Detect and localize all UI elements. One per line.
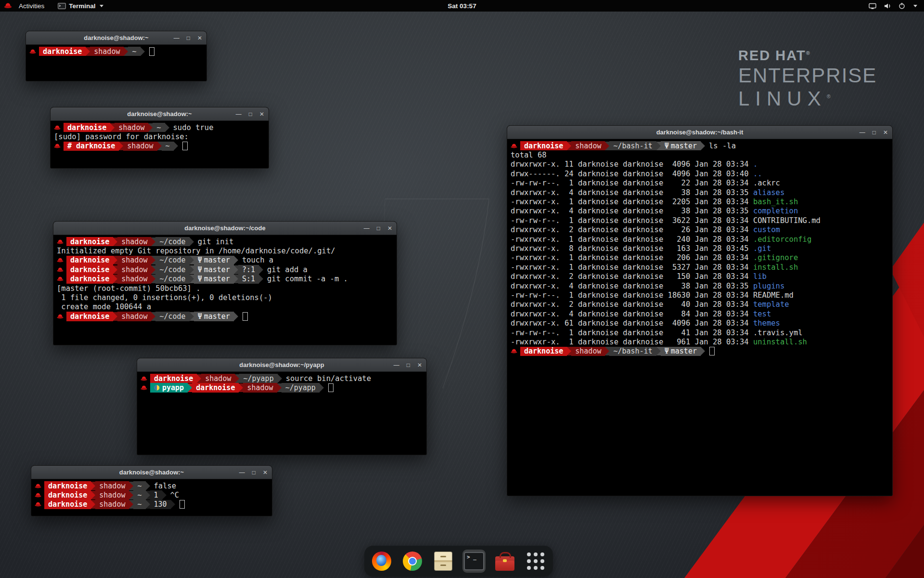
- maximize-button[interactable]: □: [873, 130, 876, 135]
- powerline-separator: [277, 383, 282, 392]
- terminal-content[interactable]: darknoiseshadow~sudo true[sudo] password…: [51, 121, 269, 153]
- powerline-separator: [174, 142, 178, 150]
- user-segment: darknoise: [64, 123, 110, 132]
- titlebar[interactable]: darknoise@shadow:~/pyapp — □ ✕: [137, 358, 426, 372]
- terminal-content[interactable]: darknoiseshadow~: [26, 45, 206, 58]
- maximize-button[interactable]: □: [187, 35, 190, 41]
- maximize-button[interactable]: □: [249, 111, 252, 117]
- system-status-area[interactable]: [869, 2, 924, 9]
- redhat-prompt-icon: [35, 492, 41, 498]
- minimize-button[interactable]: —: [860, 130, 865, 135]
- titlebar[interactable]: darknoise@shadow:~/bash-it — □ ✕: [507, 126, 892, 139]
- close-button[interactable]: ✕: [263, 470, 268, 475]
- terminal-line: drwxrwxr-x. 4 darknoise darknoise 38 Jan…: [511, 207, 889, 216]
- host-segment: shadow: [123, 142, 157, 151]
- dock-chrome-button[interactable]: [401, 550, 424, 573]
- powerline-separator: [234, 265, 238, 274]
- terminal-line: darknoiseshadow~130: [35, 500, 269, 509]
- directory-name: template: [753, 300, 789, 309]
- dock-files-button[interactable]: [432, 550, 455, 573]
- gitstat-segment: S:1: [238, 275, 259, 284]
- directory-name: .: [753, 160, 757, 169]
- titlebar[interactable]: darknoise@shadow:~ — □ ✕: [51, 107, 269, 121]
- host-segment: shadow: [117, 265, 151, 274]
- terminal-cursor: [149, 47, 154, 56]
- powerline-separator: [239, 383, 243, 392]
- minimize-button[interactable]: —: [364, 225, 370, 231]
- powerline-separator: [157, 142, 162, 150]
- show-applications-icon: [527, 552, 544, 570]
- minimize-button[interactable]: —: [236, 111, 242, 117]
- dock-software-button[interactable]: [493, 550, 516, 573]
- executable-name: .gitignore: [753, 253, 798, 262]
- dock-show-apps-button[interactable]: [524, 550, 547, 573]
- titlebar[interactable]: darknoise@shadow:~/code — □ ✕: [53, 222, 397, 235]
- user-segment: darknoise: [44, 490, 91, 499]
- screen-icon[interactable]: [869, 3, 876, 9]
- powerline-separator: [113, 237, 117, 246]
- close-button[interactable]: ✕: [417, 362, 422, 368]
- path-segment: ~: [128, 47, 140, 56]
- path-segment: ~/bash-it: [609, 141, 656, 150]
- user-segment: darknoise: [66, 312, 113, 321]
- output-text: drwxrwxr-x. 2 darknoise darknoise 150 Ja…: [511, 272, 753, 281]
- terminal-line: drwxrwxr-x. 11 darknoise darknoise 4096 …: [511, 160, 889, 169]
- command-text: touch a: [242, 256, 273, 264]
- redhat-prompt-icon: [54, 125, 61, 131]
- window-title: darknoise@shadow:~: [119, 469, 184, 476]
- output-text: total 68: [511, 151, 547, 159]
- host-segment: shadow: [571, 347, 605, 356]
- powerline-separator: [162, 491, 167, 499]
- redhat-prompt-icon: [57, 257, 64, 263]
- terminal-window-code: darknoise@shadow:~/code — □ ✕ darknoises…: [53, 221, 397, 345]
- terminal-line: darknoiseshadow~/bash-itΨmasterls -la: [511, 141, 889, 150]
- terminal-content[interactable]: darknoiseshadow~/codegit initInitialized…: [53, 235, 397, 323]
- powerline-separator: [148, 123, 153, 132]
- output-text: Initialized empty Git repository in /hom…: [57, 247, 335, 255]
- close-button[interactable]: ✕: [387, 225, 392, 231]
- terminal-line: darknoiseshadow~/codeΨmasterS:1git commi…: [57, 275, 393, 284]
- output-text: drwxrwxr-x. 2 darknoise darknoise 26 Jan…: [511, 225, 753, 234]
- user-segment: darknoise: [66, 275, 113, 284]
- path-segment: ~: [133, 481, 145, 490]
- clock[interactable]: Sat 03:57: [448, 2, 476, 10]
- executable-name: bash_it.sh: [753, 197, 798, 206]
- maximize-button[interactable]: □: [377, 225, 380, 231]
- power-icon[interactable]: [898, 2, 905, 9]
- dock-terminal-button[interactable]: [462, 550, 486, 573]
- maximize-button[interactable]: □: [407, 362, 410, 368]
- minimize-button[interactable]: —: [239, 470, 245, 475]
- dock-firefox-button[interactable]: [370, 550, 393, 573]
- terminal-window-home-1: darknoise@shadow:~ — □ ✕ darknoiseshadow…: [26, 31, 207, 81]
- close-button[interactable]: ✕: [883, 130, 888, 135]
- directory-name: lib: [753, 272, 767, 281]
- directory-name: custom: [753, 225, 780, 234]
- app-menu-terminal[interactable]: Terminal: [58, 2, 103, 10]
- close-button[interactable]: ✕: [197, 35, 202, 41]
- terminal-content[interactable]: darknoiseshadow~/bash-itΨmasterls -latot…: [507, 139, 892, 358]
- output-text: drwxrwxr-x. 4 darknoise darknoise 84 Jan…: [511, 310, 753, 318]
- powerline-separator: [197, 374, 201, 383]
- maximize-button[interactable]: □: [252, 470, 256, 475]
- terminal-content[interactable]: darknoiseshadow~/pyappsource bin/activat…: [137, 372, 426, 394]
- close-button[interactable]: ✕: [259, 111, 264, 117]
- minimize-button[interactable]: —: [394, 362, 399, 368]
- rhel-wordmark: RED HAT® ENTERPRISE LINUX®: [738, 48, 877, 109]
- powerline-separator: [234, 275, 238, 283]
- titlebar[interactable]: darknoise@shadow:~ — □ ✕: [26, 31, 206, 45]
- activities-button[interactable]: Activities: [15, 0, 48, 12]
- powerline-separator: [151, 237, 155, 246]
- titlebar[interactable]: darknoise@shadow:~ — □ ✕: [31, 466, 272, 479]
- volume-icon[interactable]: [884, 3, 891, 9]
- minimize-button[interactable]: —: [174, 35, 180, 41]
- path-segment: ~/code: [155, 265, 189, 274]
- terminal-line: 1 file changed, 0 insertions(+), 0 delet…: [57, 293, 393, 302]
- terminal-content[interactable]: darknoiseshadow~falsedarknoiseshadow~1^C…: [31, 479, 272, 511]
- host-segment: shadow: [201, 374, 235, 383]
- output-text: 1 file changed, 0 insertions(+), 0 delet…: [57, 293, 272, 302]
- terminal-cursor: [243, 312, 248, 321]
- host-segment: shadow: [115, 123, 148, 132]
- path-segment: ~/bash-it: [609, 347, 656, 356]
- path-segment: ~: [153, 123, 165, 132]
- host-segment: shadow: [117, 237, 151, 246]
